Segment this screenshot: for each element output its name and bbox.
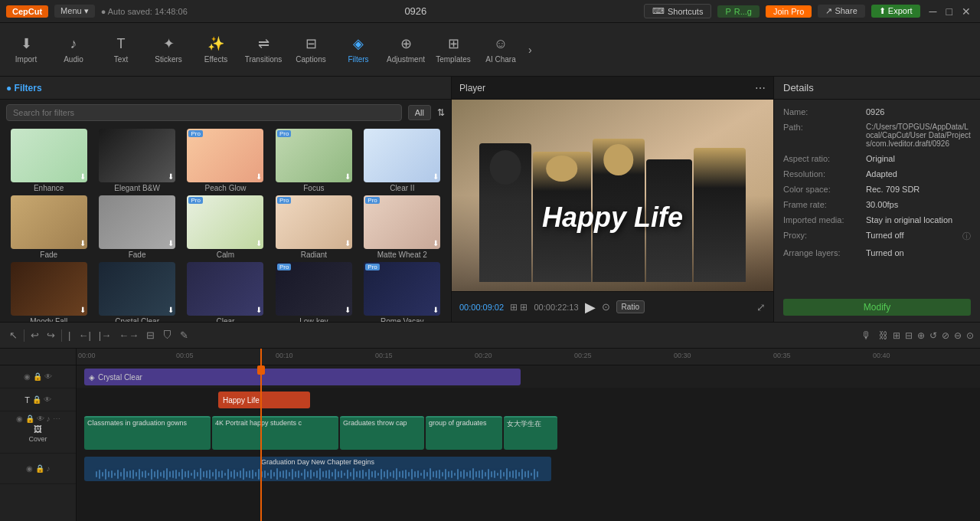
filter-track-expand[interactable]: ◉ xyxy=(24,372,31,381)
capture-button[interactable]: ⊙ xyxy=(602,301,610,313)
info-icon[interactable]: ⓘ xyxy=(962,231,971,242)
microphone-button[interactable]: 🎙 xyxy=(858,328,874,342)
video-track-audio[interactable]: ♪ xyxy=(47,415,51,423)
svg-rect-142 xyxy=(531,473,532,476)
link-tracks-button[interactable]: ⛓ xyxy=(879,330,888,341)
ripple-button[interactable]: ←→ xyxy=(116,328,142,342)
list-item[interactable]: ⬇ Clear II xyxy=(360,129,445,192)
svg-rect-79 xyxy=(338,471,339,477)
video-clip-3[interactable]: Graduates throw cap xyxy=(340,416,424,450)
video-clip-5[interactable]: 女大学生在 xyxy=(504,416,557,450)
split-button[interactable]: | xyxy=(65,328,74,342)
ratio-button[interactable]: Ratio xyxy=(616,300,645,313)
tool-captions[interactable]: ⊟ Captions xyxy=(288,26,334,74)
audio-track-lock[interactable]: 🔒 xyxy=(35,464,44,473)
tool-templates[interactable]: ⊞ Templates xyxy=(430,26,476,74)
timeline-grid-button[interactable]: ⊞ ⊞ xyxy=(510,302,528,313)
svg-rect-82 xyxy=(347,470,348,479)
timeline-tools: ↖ ↩ ↪ | ←| |→ ←→ ⊟ ⛉ ✎ xyxy=(6,328,191,342)
export-button[interactable]: ⬆ Export xyxy=(871,5,920,18)
trim-left-button[interactable]: ←| xyxy=(75,328,93,342)
list-item[interactable]: ⬇ Moody Fall xyxy=(6,262,91,322)
timeline-toolbar: ↖ ↩ ↪ | ←| |→ ←→ ⊟ ⛉ ✎ 🎙 ⛓ ⊞ ⊟ ⊕ ↺ ⊘ ⊖ ⊙ xyxy=(0,323,980,349)
tool-stickers-label: Stickers xyxy=(155,55,182,64)
pro-badge-button[interactable]: P R...g xyxy=(717,5,760,18)
tool-ai[interactable]: ☺ AI Chara xyxy=(478,26,524,74)
tool-transitions[interactable]: ⇌ Transitions xyxy=(240,26,286,74)
list-item[interactable]: Pro⬇ Radiant xyxy=(271,195,356,259)
list-item[interactable]: ⬇ Crystal Clear xyxy=(94,262,179,322)
crop-button[interactable]: ⛉ xyxy=(159,328,175,342)
list-item[interactable]: Pro⬇ Calm xyxy=(183,195,268,259)
tool-filters[interactable]: ◈ Filters xyxy=(335,26,381,74)
logo-button[interactable]: CepCut xyxy=(6,5,48,18)
split-audio-button[interactable]: ⊟ xyxy=(905,330,913,341)
tool-effects[interactable]: ✨ Effects xyxy=(193,26,239,74)
minimize-button[interactable]: ─ xyxy=(926,5,940,18)
list-item[interactable]: Pro⬇ Matte Wheat 2 xyxy=(360,195,445,259)
tool-stickers[interactable]: ✦ Stickers xyxy=(145,26,191,74)
select-tool-button[interactable]: ↖ xyxy=(6,328,21,342)
mute-button[interactable]: ⊘ xyxy=(942,330,949,341)
list-item[interactable]: ⬇ Fade xyxy=(6,195,91,259)
svg-rect-52 xyxy=(255,472,256,477)
text-track-visible[interactable]: 👁 xyxy=(44,395,51,404)
list-item[interactable]: ⬇ Elegant B&W xyxy=(94,129,179,192)
close-button[interactable]: ✕ xyxy=(959,5,974,18)
video-track-more[interactable]: ⋯ xyxy=(53,415,60,423)
video-track-lock[interactable]: 🔒 xyxy=(25,415,34,423)
tool-adjustment[interactable]: ⊕ Adjustment xyxy=(383,26,429,74)
undo-button[interactable]: ↩ xyxy=(28,328,42,342)
play-button[interactable]: ▶ xyxy=(585,299,596,316)
video-track-visible[interactable]: 👁 xyxy=(37,415,44,423)
video-clip-4[interactable]: group of graduates xyxy=(426,416,502,450)
video-clip-1[interactable]: Classmates in graduation gowns xyxy=(84,416,211,450)
fullscreen-button[interactable]: ⤢ xyxy=(756,301,766,313)
player-menu-button[interactable]: ⋯ xyxy=(755,82,766,94)
text-clip-happy-life[interactable]: Happy Life xyxy=(218,392,310,408)
join-pro-button[interactable]: Join Pro xyxy=(766,5,812,18)
download-icon: ⬇ xyxy=(168,306,174,314)
svg-rect-42 xyxy=(224,473,226,476)
list-item[interactable]: ⬇ Clear xyxy=(183,262,268,322)
audio-clip-graduation[interactable]: Graduation Day New Chapter Begins xyxy=(84,457,551,481)
redo-button[interactable]: ↪ xyxy=(44,328,58,342)
menu-button[interactable]: Menu ▾ xyxy=(54,5,95,18)
video-track-expand[interactable]: ◉ xyxy=(16,415,23,423)
list-item[interactable]: Pro⬇ Focus xyxy=(271,129,356,192)
audio-track-mute[interactable]: ♪ xyxy=(47,464,51,473)
list-item[interactable]: Pro⬇ Rome Vacay xyxy=(360,262,445,322)
share-button[interactable]: ↗ Share xyxy=(818,5,864,18)
tool-import[interactable]: ⬇ Import xyxy=(3,26,49,74)
edit-button[interactable]: ✎ xyxy=(177,328,191,342)
audio-track-expand[interactable]: ◉ xyxy=(26,464,33,473)
filter-track-lock[interactable]: 🔒 xyxy=(33,372,42,381)
filter-clip-crystal-clear[interactable]: ◈ Crystal Clear xyxy=(84,369,521,385)
ruler-mark: 00:00 xyxy=(78,352,96,359)
zoom-fit-button[interactable]: ⊙ xyxy=(966,330,974,341)
delete-button[interactable]: ⊟ xyxy=(143,328,158,342)
text-track-type[interactable]: T xyxy=(24,395,30,405)
filter-all-button[interactable]: All xyxy=(408,105,431,120)
modify-button[interactable]: Modify xyxy=(783,299,971,316)
toolbar-more-button[interactable]: › xyxy=(525,44,535,56)
loop-button[interactable]: ↺ xyxy=(929,330,937,341)
list-item[interactable]: Pro⬇ Peach Glow xyxy=(183,129,268,192)
list-item[interactable]: Pro⬇ Low-key xyxy=(271,262,356,322)
shortcuts-button[interactable]: ⌨ Shortcuts xyxy=(644,4,711,18)
text-track-lock[interactable]: 🔒 xyxy=(32,395,41,404)
tool-audio[interactable]: ♪ Audio xyxy=(51,26,96,74)
filter-search-input[interactable] xyxy=(6,104,402,121)
zoom-out-button[interactable]: ⊖ xyxy=(954,330,962,341)
merge-button[interactable]: ⊞ xyxy=(893,330,900,341)
filter-track-visible[interactable]: 👁 xyxy=(44,372,52,381)
tool-text[interactable]: T Text xyxy=(98,26,144,74)
list-item[interactable]: ⬇ Fade xyxy=(94,195,179,259)
maximize-button[interactable]: □ xyxy=(943,5,956,18)
filter-nav-filters[interactable]: ● Filters xyxy=(6,83,42,93)
svg-rect-109 xyxy=(430,468,431,480)
list-item[interactable]: ⬇ Enhance xyxy=(6,129,91,192)
video-clip-2[interactable]: 4K Portrait happy students c xyxy=(212,416,338,450)
copy-button[interactable]: ⊕ xyxy=(917,330,925,341)
trim-right-button[interactable]: |→ xyxy=(96,328,114,342)
